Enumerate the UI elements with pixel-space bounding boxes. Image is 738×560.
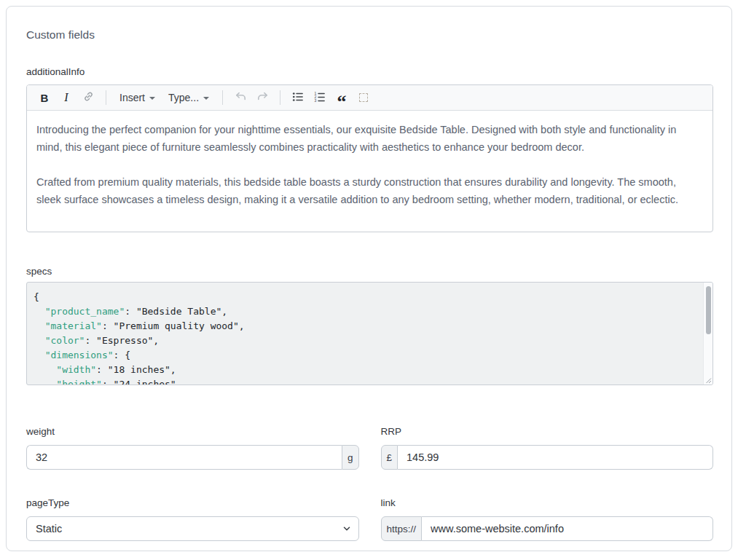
weight-field: weight g bbox=[26, 426, 359, 470]
chevron-down-icon bbox=[149, 97, 155, 100]
svg-text:3: 3 bbox=[314, 98, 316, 103]
specs-resize-handle[interactable] bbox=[704, 376, 712, 384]
link-button[interactable] bbox=[78, 88, 98, 107]
link-field: link https:// bbox=[381, 497, 714, 541]
editor-paragraph: Crafted from premium quality materials, … bbox=[36, 173, 703, 208]
undo-icon bbox=[234, 90, 248, 106]
specs-code-textarea[interactable]: { "product_name": "Bedside Table", "mate… bbox=[26, 282, 713, 385]
link-protocol-addon: https:// bbox=[381, 516, 423, 541]
type-dropdown[interactable]: Type... bbox=[162, 88, 215, 107]
editor-paragraph: Introducing the perfect companion for yo… bbox=[36, 121, 703, 156]
page-type-label: pageType bbox=[26, 497, 359, 509]
insert-dropdown[interactable]: Insert bbox=[114, 88, 161, 107]
rrp-currency-addon: £ bbox=[381, 445, 399, 470]
link-input[interactable] bbox=[422, 516, 713, 541]
insert-dropdown-label: Insert bbox=[119, 92, 145, 103]
specs-scrollbar-track[interactable] bbox=[703, 283, 713, 384]
link-icon bbox=[82, 90, 95, 105]
dashed-box-icon bbox=[359, 93, 368, 102]
rich-text-editor: B I Insert Type. bbox=[26, 84, 713, 232]
toolbar-divider bbox=[280, 90, 280, 105]
weight-label: weight bbox=[26, 426, 359, 438]
card-title: Custom fields bbox=[26, 7, 713, 42]
custom-fields-card: Custom fields additionalInfo B I bbox=[6, 6, 732, 551]
numbered-list-button[interactable]: 123 bbox=[310, 88, 330, 107]
rrp-field: RRP £ bbox=[381, 426, 714, 470]
page-type-select[interactable]: Static bbox=[26, 516, 359, 541]
page-type-field: pageType Static bbox=[26, 497, 359, 541]
specs-label: specs bbox=[26, 266, 713, 277]
weight-unit-addon: g bbox=[342, 445, 359, 470]
rrp-label: RRP bbox=[381, 426, 714, 438]
redo-icon bbox=[256, 90, 270, 106]
toolbar-divider bbox=[222, 90, 223, 105]
bold-button[interactable]: B bbox=[34, 88, 55, 107]
numbered-list-icon: 123 bbox=[313, 90, 326, 106]
weight-input[interactable] bbox=[26, 445, 342, 470]
type-dropdown-label: Type... bbox=[168, 92, 199, 103]
bullet-list-icon bbox=[291, 90, 305, 106]
bullet-list-button[interactable] bbox=[288, 88, 308, 107]
link-label: link bbox=[381, 497, 714, 509]
chevron-down-icon bbox=[203, 97, 209, 100]
editor-toolbar: B I Insert Type. bbox=[27, 85, 713, 111]
dashed-box-button[interactable] bbox=[353, 88, 374, 107]
redo-button[interactable] bbox=[252, 88, 272, 107]
undo-button[interactable] bbox=[230, 88, 251, 107]
rrp-input[interactable] bbox=[398, 445, 713, 470]
additional-info-label: additionalInfo bbox=[26, 66, 713, 78]
blockquote-icon: “ bbox=[337, 90, 347, 106]
specs-code-content: { "product_name": "Bedside Table", "mate… bbox=[27, 283, 713, 385]
toolbar-divider bbox=[106, 90, 106, 105]
specs-scrollbar-thumb[interactable] bbox=[706, 286, 711, 334]
italic-button[interactable]: I bbox=[56, 88, 76, 107]
blockquote-button[interactable]: “ bbox=[331, 88, 352, 107]
editor-content[interactable]: Introducing the perfect companion for yo… bbox=[27, 111, 713, 232]
